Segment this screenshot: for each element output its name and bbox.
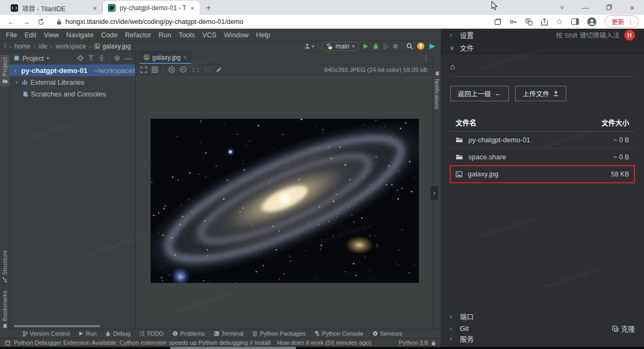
menu-navigate[interactable]: Navigate — [62, 31, 97, 39]
panel-section-files[interactable]: ∨ 文件 — [441, 42, 644, 54]
git-clone-button[interactable]: 克隆 — [612, 323, 635, 334]
toolwindow-problems[interactable]: Problems — [172, 330, 204, 337]
menu-refactor[interactable]: Refactor — [121, 31, 155, 39]
caret-down-icon[interactable]: ▾ — [46, 55, 49, 61]
window-minimize-button[interactable]: — — [574, 4, 597, 12]
editor-tab-close-icon[interactable]: × — [183, 54, 187, 61]
debug-button[interactable] — [373, 43, 379, 50]
stripe-tab-structure[interactable]: Structure — [0, 250, 10, 282]
toolwindow-version-control[interactable]: Version Control — [22, 330, 70, 337]
edit-externally-icon[interactable] — [216, 67, 222, 73]
status-link[interactable]: How does it work (59 minutes ago) — [277, 339, 371, 346]
menu-run[interactable]: Run — [155, 31, 175, 39]
write-lock-icon[interactable] — [431, 340, 436, 346]
run-button[interactable] — [362, 43, 369, 50]
locate-file-icon[interactable] — [77, 55, 84, 61]
toolwindow-python-packages[interactable]: Python Packages — [252, 330, 306, 337]
user-avatar[interactable]: H — [624, 30, 635, 40]
toolwindow-python-console[interactable]: Python Console — [315, 330, 364, 337]
stripe-tab-project[interactable]: Project — [0, 55, 10, 86]
toolwindow-todo[interactable]: TODO — [139, 330, 164, 337]
chevron-right-icon[interactable]: › — [14, 78, 19, 86]
python-interpreter[interactable]: Python 3.8 — [399, 339, 428, 346]
panel-section-git[interactable]: › Git 克隆 — [441, 322, 644, 335]
breadcrumb-ide[interactable]: ide — [39, 43, 47, 50]
panel-section-services[interactable]: › 服务 — [441, 335, 644, 347]
back-icon[interactable]: ← — [7, 18, 15, 26]
file-row-demo-folder[interactable]: py-chatgpt-demo-01 ~ 0 B — [450, 132, 634, 149]
hide-panel-icon[interactable]: — — [125, 54, 131, 62]
coverage-button[interactable] — [383, 43, 389, 50]
settings-gear-icon[interactable] — [114, 55, 120, 61]
tab-search-icon[interactable]: ˅ — [550, 4, 574, 12]
menu-view[interactable]: View — [40, 31, 62, 39]
chevron-right-icon[interactable]: › — [14, 67, 16, 74]
tab-close-icon[interactable]: × — [93, 4, 97, 12]
tree-item-scratches[interactable]: Scratches and Consoles — [10, 88, 135, 100]
horizontal-scrollbar[interactable] — [14, 325, 100, 327]
menu-window[interactable]: Window — [220, 31, 252, 39]
bookmark-star-icon[interactable]: ☆ — [556, 17, 563, 27]
user-settings-button[interactable]: ▾ — [304, 43, 315, 50]
file-row-space-share[interactable]: space.share ~ 0 B — [450, 149, 634, 166]
stripe-tab-bookmarks[interactable]: Bookmarks — [0, 290, 10, 329]
editor-tab-galaxy[interactable]: galaxy.jpg × — [139, 52, 191, 64]
tab-close-icon[interactable]: × — [190, 4, 194, 12]
toolwindow-debug[interactable]: Debug — [105, 330, 130, 337]
toolwindow-run[interactable]: Run — [79, 330, 96, 337]
window-restore-button[interactable] — [597, 4, 621, 12]
menu-tools[interactable]: Tools — [175, 31, 199, 39]
project-panel-title[interactable]: Project — [22, 54, 44, 62]
forward-icon[interactable]: → — [22, 18, 30, 26]
run-configuration-select[interactable]: main ▾ — [322, 42, 359, 51]
stop-button[interactable] — [393, 44, 398, 49]
selection-icon[interactable] — [204, 67, 211, 73]
translate-icon[interactable] — [525, 18, 533, 26]
search-everywhere-icon[interactable] — [406, 43, 413, 50]
menu-edit[interactable]: Edit — [21, 31, 40, 39]
profile-avatar-icon[interactable] — [587, 17, 597, 27]
password-key-icon[interactable] — [509, 19, 517, 25]
zoom-out-icon[interactable] — [180, 66, 187, 73]
stripe-tab-notifications[interactable]: Notifications — [433, 71, 441, 109]
menu-help[interactable]: Help — [252, 31, 274, 39]
window-close-button[interactable]: × — [621, 3, 644, 12]
breadcrumb-root[interactable]: / — [4, 43, 6, 50]
status-message[interactable]: Python Debugger Extension Available: Cyt… — [14, 339, 270, 346]
share-icon[interactable] — [541, 18, 548, 26]
new-tab-button[interactable]: + — [206, 3, 211, 13]
url-field[interactable]: hongxi.titanide.cn/ide/web/coding/py-cha… — [56, 18, 494, 26]
browser-menu-icon[interactable]: ⋮ — [628, 18, 634, 26]
breadcrumb-file[interactable]: galaxy.jpg — [102, 43, 130, 50]
update-available-icon[interactable] — [417, 42, 425, 50]
collapse-all-icon[interactable] — [98, 55, 105, 61]
tree-item-project-root[interactable]: › py-chatgpt-demo-01 ~/workspace/py-ch — [10, 64, 135, 76]
menu-vcs[interactable]: VCS — [199, 31, 220, 39]
upload-file-button[interactable]: 上传文件 — [515, 86, 566, 101]
expand-all-icon[interactable] — [88, 55, 94, 61]
browser-tab-active[interactable]: py-chatgpt-demo-01 - TitanID × — [103, 1, 200, 15]
path-home-icon[interactable]: ⌂ — [450, 62, 634, 71]
browser-update-button[interactable]: 更新 ⋮ — [605, 15, 639, 28]
menu-code[interactable]: Code — [97, 31, 121, 39]
breadcrumb-workspace[interactable]: workspace — [55, 43, 86, 50]
editor-tab-options-icon[interactable]: ⋮ — [423, 54, 429, 62]
grid-toggle-icon[interactable] — [152, 67, 158, 73]
menu-file[interactable]: File — [2, 31, 21, 39]
zoom-in-icon[interactable] — [168, 66, 175, 73]
panel-expand-handle[interactable]: › — [431, 186, 438, 200]
actual-size-button[interactable]: 1:1 — [192, 67, 200, 73]
titanide-assistant-icon[interactable] — [428, 43, 436, 50]
browser-tab-inactive[interactable]: 项目 - TitanIDE × — [5, 1, 102, 15]
image-viewer-canvas[interactable] — [136, 75, 432, 329]
tab-group-icon[interactable] — [494, 18, 501, 26]
reload-icon[interactable] — [37, 18, 45, 26]
file-row-galaxy-highlighted[interactable]: galaxy.jpg 58 KB — [450, 166, 634, 183]
fit-to-window-icon[interactable] — [141, 67, 147, 73]
breadcrumb-home[interactable]: home — [14, 43, 30, 50]
panel-section-settings[interactable]: › 设置 按 Shift 键切换输入法 H — [441, 29, 644, 42]
go-up-button[interactable]: 返回上一级 ← — [450, 86, 509, 101]
tree-item-external-libraries[interactable]: › External Libraries — [10, 76, 135, 88]
panel-section-ports[interactable]: › 端口 — [441, 310, 644, 322]
toolwindow-terminal[interactable]: Terminal — [214, 330, 244, 337]
